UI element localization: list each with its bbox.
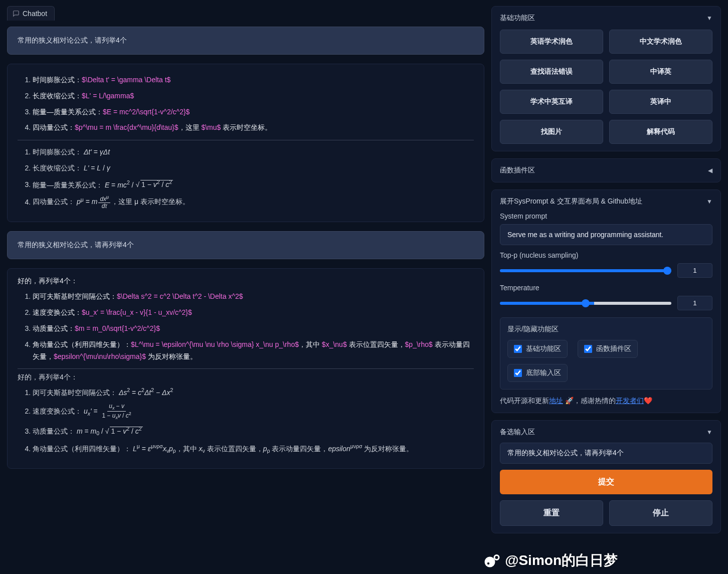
basic-function-buttons: 英语学术润色 中文学术润色 查找语法错误 中译英 学术中英互译 英译中 找图片 … (500, 30, 712, 144)
chevron-left-icon: ◀ (708, 167, 712, 174)
chat-icon (13, 10, 20, 17)
sysprompt-input[interactable] (500, 224, 712, 245)
bot-message: 时间膨胀公式：$\Delta t' = \gamma \Delta t$ 长度收… (7, 64, 484, 222)
tab-bar: Chatbot (7, 6, 484, 21)
alt-input-field[interactable] (500, 443, 712, 464)
formula-source-list: 闵可夫斯基时空间隔公式：$\Delta s^2 = c^2 \Delta t^2… (18, 289, 474, 364)
chevron-down-icon: ▼ (706, 15, 712, 22)
alt-input-panel: 备选输入区 ▼ 提交 重置 停止 (491, 420, 721, 533)
toggle-basic-checkbox[interactable]: 基础功能区 (507, 340, 568, 358)
contributors-link[interactable]: 开发者们 (616, 397, 644, 405)
fn-grammar-check-button[interactable]: 查找语法错误 (500, 60, 603, 84)
user-message: 常用的狭义相对论公式，请再列举4个 (7, 231, 484, 259)
fn-explain-code-button[interactable]: 解释代码 (609, 120, 712, 144)
chevron-down-icon: ▼ (706, 429, 712, 436)
fn-cn-to-en-button[interactable]: 中译英 (609, 60, 712, 84)
temperature-slider[interactable] (500, 302, 671, 305)
toggle-plugin-checkbox[interactable]: 函数插件区 (578, 340, 638, 358)
toggle-section: 显示/隐藏功能区 基础功能区 函数插件区 底部输入区 (500, 317, 712, 390)
sysprompt-label: System prompt (500, 212, 712, 220)
basic-functions-header[interactable]: 基础功能区 ▼ (500, 14, 712, 23)
formula-source-list: 时间膨胀公式：$\Delta t' = \gamma \Delta t$ 长度收… (18, 72, 474, 136)
divider (18, 368, 474, 369)
topp-value-input[interactable] (677, 263, 712, 278)
user-message-text: 常用的狭义相对论公式，请列举4个 (18, 36, 127, 44)
submit-button[interactable]: 提交 (500, 470, 712, 494)
user-message: 常用的狭义相对论公式，请列举4个 (7, 27, 484, 55)
tab-label: Chatbot (23, 10, 47, 18)
sysprompt-header[interactable]: 展开SysPrompt & 交互界面布局 & Github地址 ▼ (500, 197, 712, 206)
fn-academic-cn-en-button[interactable]: 学术中英互译 (500, 90, 603, 114)
formula-rendered-list: 闵可夫斯基时空间隔公式： Δs2 = c2Δt2 − Δx2 速度变换公式： u… (18, 384, 474, 458)
heart-icon: ❤️ (644, 397, 652, 405)
toggle-bottom-input-checkbox[interactable]: 底部输入区 (507, 364, 568, 382)
toggle-section-title: 显示/隐藏功能区 (507, 325, 705, 334)
repo-link[interactable]: 地址 (549, 397, 563, 405)
user-message-text: 常用的狭义相对论公式，请再列举4个 (18, 241, 134, 249)
fn-find-image-button[interactable]: 找图片 (500, 120, 603, 144)
fn-chinese-polish-button[interactable]: 中文学术润色 (609, 30, 712, 54)
formula-rendered-list: 时间膨胀公式： Δt' = γΔt 长度收缩公式： L' = L / γ 能量—… (18, 144, 474, 212)
divider (18, 140, 474, 140)
chat-area: 常用的狭义相对论公式，请列举4个 时间膨胀公式：$\Delta t' = \ga… (7, 27, 484, 567)
temperature-label: Temperature (500, 284, 712, 292)
plugin-header[interactable]: 函数插件区 ◀ (500, 166, 712, 175)
temperature-value-input[interactable] (677, 296, 712, 310)
topp-label: Top-p (nucleus sampling) (500, 251, 712, 259)
stop-button[interactable]: 停止 (609, 500, 712, 526)
reset-button[interactable]: 重置 (500, 500, 603, 526)
basic-functions-panel: 基础功能区 ▼ 英语学术润色 中文学术润色 查找语法错误 中译英 学术中英互译 … (491, 6, 721, 151)
fn-english-polish-button[interactable]: 英语学术润色 (500, 30, 603, 54)
topp-slider[interactable] (500, 269, 671, 272)
bot-message: 好的，再列举4个： 闵可夫斯基时空间隔公式：$\Delta s^2 = c^2 … (7, 268, 484, 468)
plugin-panel: 函数插件区 ◀ (491, 158, 721, 182)
chevron-down-icon: ▼ (706, 198, 712, 205)
bot-intro: 好的，再列举4个： (18, 277, 474, 286)
footer-note: 代码开源和更新地址 🚀，感谢热情的开发者们❤️ (500, 397, 712, 406)
sysprompt-panel: 展开SysPrompt & 交互界面布局 & Github地址 ▼ System… (491, 189, 721, 413)
fn-en-to-cn-button[interactable]: 英译中 (609, 90, 712, 114)
tab-chatbot[interactable]: Chatbot (7, 6, 55, 21)
alt-input-header[interactable]: 备选输入区 ▼ (500, 428, 712, 437)
